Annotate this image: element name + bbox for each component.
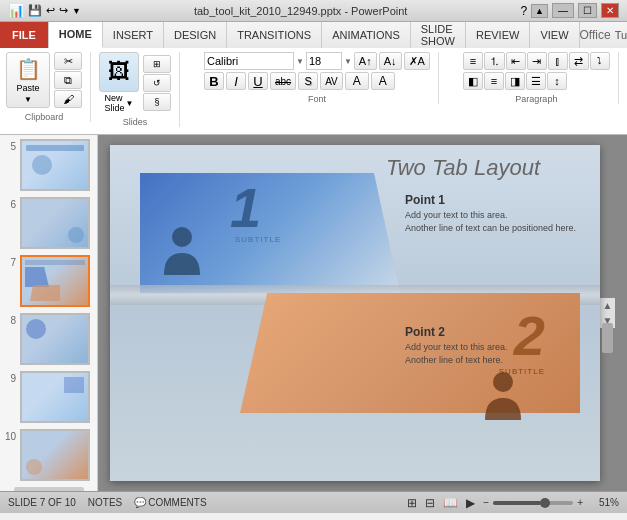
font-size-input[interactable] <box>306 52 342 70</box>
slide-thumb-5[interactable]: 5 <box>4 139 93 191</box>
columns-btn[interactable]: ⫿ <box>548 52 568 70</box>
slide-info: SLIDE 7 OF 10 <box>8 497 76 508</box>
font-color-btn[interactable]: A <box>345 72 369 90</box>
view-reading-btn[interactable]: 📖 <box>443 496 458 510</box>
slide-thumb-8[interactable]: 8 <box>4 313 93 365</box>
maximize-btn[interactable]: ☐ <box>578 3 597 18</box>
zoom-slider[interactable]: − + <box>483 497 583 508</box>
slide-thumb-6[interactable]: 6 <box>4 197 93 249</box>
strikethrough-button[interactable]: abc <box>270 72 296 90</box>
tab-home[interactable]: HOME <box>49 22 103 48</box>
increase-indent-btn[interactable]: ⇥ <box>527 52 547 70</box>
highlight-color-btn[interactable]: A <box>371 72 395 90</box>
canvas-scrollbar[interactable]: ▲ ▼ <box>600 298 615 328</box>
slides-scroll-thumb[interactable] <box>14 487 84 491</box>
scroll-up-btn[interactable]: ▲ <box>603 300 613 311</box>
help-btn[interactable]: ? <box>520 4 527 18</box>
paragraph-label: Paragraph <box>463 90 610 104</box>
slides-label: Slides <box>99 113 171 127</box>
font-name-row: ▼ ▼ A↑ A↓ ✗A <box>204 52 430 70</box>
bullets-btn[interactable]: ≡ <box>463 52 483 70</box>
tab-insert[interactable]: INSERT <box>103 22 164 48</box>
tab-transitions[interactable]: TRANSITIONS <box>227 22 322 48</box>
view-presenter-btn[interactable]: ▶ <box>466 496 475 510</box>
direction-btn[interactable]: ⇄ <box>569 52 589 70</box>
office-label: Office <box>580 28 611 42</box>
new-slide-button[interactable]: 🖼 <box>99 52 139 92</box>
redo-btn[interactable]: ↪ <box>59 4 68 17</box>
view-normal-btn[interactable]: ⊞ <box>407 496 417 510</box>
align-center-btn[interactable]: ≡ <box>484 72 504 90</box>
line-spacing-btn[interactable]: ↕ <box>547 72 567 90</box>
zoom-out-btn[interactable]: − <box>483 497 489 508</box>
tab1-person-icon <box>160 225 204 284</box>
zoom-in-btn[interactable]: + <box>577 497 583 508</box>
bold-button[interactable]: B <box>204 72 224 90</box>
zoom-thumb[interactable] <box>540 498 550 508</box>
tab-animations[interactable]: ANIMATIONS <box>322 22 411 48</box>
slide-canvas: Two Tab Layout 1 SUBTITLE 2 SUBTITLE <box>110 145 600 481</box>
clear-format-btn[interactable]: ✗A <box>404 52 430 70</box>
layout-button[interactable]: ⊞ <box>143 55 171 73</box>
tab-slideshow[interactable]: SLIDE SHOW <box>411 22 466 48</box>
comments-btn[interactable]: 💬 COMMENTS <box>134 497 206 508</box>
justify-btn[interactable]: ☰ <box>526 72 546 90</box>
font-label: Font <box>204 90 430 104</box>
numbered-btn[interactable]: ⒈ <box>484 52 505 70</box>
close-btn[interactable]: ✕ <box>601 3 619 18</box>
para-row2: ◧ ≡ ◨ ☰ ↕ <box>463 72 610 90</box>
point1-line1: Add your text to this area. <box>405 209 580 222</box>
point2-line2: Another line of text here. <box>405 354 580 367</box>
paste-dropdown[interactable]: ▼ <box>24 95 32 104</box>
svg-point-0 <box>172 227 192 247</box>
zoom-percent[interactable]: 51% <box>591 497 619 508</box>
new-slide-dropdown[interactable]: ▼ <box>126 99 134 108</box>
slide-num-10: 10 <box>4 429 16 442</box>
ribbon-content: 📋 Paste ▼ ✂ ⧉ 🖌 Clipboard 🖼 NewSlide <box>0 48 627 134</box>
slide-thumb-9[interactable]: 9 <box>4 371 93 423</box>
customize-btn[interactable]: ▼ <box>72 6 81 16</box>
statusbar-right: ⊞ ⊟ 📖 ▶ − + 51% <box>407 496 619 510</box>
scroll-thumb[interactable] <box>602 323 613 353</box>
slide-img-9 <box>20 371 90 423</box>
increase-font-btn[interactable]: A↑ <box>354 52 377 70</box>
font-name-input[interactable] <box>204 52 294 70</box>
reset-button[interactable]: ↺ <box>143 74 171 92</box>
copy-button[interactable]: ⧉ <box>54 71 82 89</box>
shadow-button[interactable]: S <box>298 72 318 90</box>
smart-art-btn[interactable]: ⤵ <box>590 52 610 70</box>
view-sorter-btn[interactable]: ⊟ <box>425 496 435 510</box>
point2-line1: Add your text to this area. <box>405 341 580 354</box>
ribbon: FILE HOME INSERT DESIGN TRANSITIONS ANIM… <box>0 22 627 135</box>
char-spacing-button[interactable]: AV <box>320 72 343 90</box>
undo-btn[interactable]: ↩ <box>46 4 55 17</box>
font-size-dropdown[interactable]: ▼ <box>344 57 352 66</box>
tab-design[interactable]: DESIGN <box>164 22 227 48</box>
minimize-btn[interactable]: — <box>552 3 574 18</box>
align-left-btn[interactable]: ◧ <box>463 72 483 90</box>
save-quick-btn[interactable]: 💾 <box>28 4 42 17</box>
canvas-area[interactable]: Two Tab Layout 1 SUBTITLE 2 SUBTITLE <box>98 135 627 491</box>
clipboard-buttons: 📋 Paste ▼ ✂ ⧉ 🖌 <box>6 52 82 108</box>
tab-review[interactable]: REVIEW <box>466 22 530 48</box>
tab-view[interactable]: VIEW <box>530 22 579 48</box>
decrease-font-btn[interactable]: A↓ <box>379 52 402 70</box>
cut-button[interactable]: ✂ <box>54 52 82 70</box>
paste-button[interactable]: 📋 Paste ▼ <box>6 52 50 108</box>
format-painter-button[interactable]: 🖌 <box>54 90 82 108</box>
slide-thumb-7[interactable]: 7 <box>4 255 93 307</box>
text-box-1: Point 1 Add your text to this area. Anot… <box>405 193 580 234</box>
italic-button[interactable]: I <box>226 72 246 90</box>
highlight-icon: A <box>379 74 387 88</box>
notes-btn[interactable]: NOTES <box>88 497 122 508</box>
ribbon-toggle[interactable]: ▲ <box>531 4 548 18</box>
tab-file[interactable]: FILE <box>0 22 49 48</box>
underline-button[interactable]: U <box>248 72 268 90</box>
slide-thumb-10[interactable]: 10 <box>4 429 93 481</box>
group-paragraph: ≡ ⒈ ⇤ ⇥ ⫿ ⇄ ⤵ ◧ ≡ ◨ ☰ ↕ Paragraph <box>463 52 619 104</box>
decrease-indent-btn[interactable]: ⇤ <box>506 52 526 70</box>
new-slide-btn-container: 🖼 NewSlide ▼ <box>99 52 139 113</box>
section-button[interactable]: § <box>143 93 171 111</box>
align-right-btn[interactable]: ◨ <box>505 72 525 90</box>
font-name-dropdown[interactable]: ▼ <box>296 57 304 66</box>
